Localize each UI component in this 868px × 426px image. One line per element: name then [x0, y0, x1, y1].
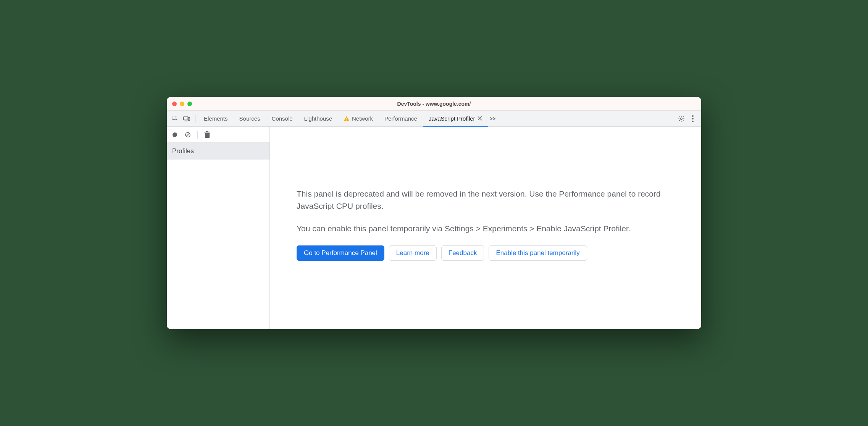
traffic-lights [172, 102, 192, 106]
svg-point-10 [692, 118, 694, 119]
clear-icon[interactable] [184, 131, 192, 139]
tab-label: Performance [384, 115, 417, 122]
tab-elements[interactable]: Elements [198, 111, 233, 127]
svg-point-8 [681, 118, 682, 119]
tab-sources[interactable]: Sources [234, 111, 266, 127]
window-title: DevTools - www.google.com/ [172, 101, 696, 107]
tab-label: Network [352, 115, 373, 122]
enable-temporarily-button[interactable]: Enable this panel temporarily [489, 245, 587, 261]
sidebar-toolbar [167, 127, 269, 143]
go-to-performance-button[interactable]: Go to Performance Panel [297, 245, 384, 261]
svg-point-12 [173, 132, 177, 137]
kebab-menu-icon[interactable] [687, 113, 698, 124]
svg-point-9 [692, 115, 694, 117]
close-window-button[interactable] [172, 102, 177, 106]
action-buttons: Go to Performance Panel Learn more Feedb… [297, 245, 674, 261]
trash-icon[interactable] [203, 131, 211, 139]
maximize-window-button[interactable] [187, 102, 192, 106]
minimize-window-button[interactable] [180, 102, 184, 106]
divider [195, 115, 195, 123]
record-icon[interactable] [171, 131, 179, 139]
tab-label: Lighthouse [304, 115, 332, 122]
svg-rect-16 [204, 132, 210, 132]
learn-more-button[interactable]: Learn more [389, 245, 437, 261]
more-tabs-icon[interactable] [489, 116, 500, 121]
close-icon[interactable] [478, 116, 483, 121]
deprecation-message-2: You can enable this panel temporarily vi… [297, 223, 674, 235]
tab-label: JavaScript Profiler [429, 115, 475, 122]
svg-rect-5 [346, 120, 347, 120]
divider [197, 131, 198, 139]
profiler-sidebar: Profiles [167, 127, 270, 329]
devtools-window: DevTools - www.google.com/ Elements Sour… [167, 97, 701, 329]
svg-rect-1 [184, 117, 188, 120]
panel-body: Profiles This panel is deprecated and wi… [167, 127, 701, 329]
devtools-tabbar: Elements Sources Console Lighthouse Netw… [167, 111, 701, 127]
svg-line-14 [186, 133, 189, 136]
tab-javascript-profiler[interactable]: JavaScript Profiler [423, 111, 488, 127]
warning-icon [344, 116, 350, 122]
svg-rect-17 [206, 131, 208, 132]
inspect-element-icon[interactable] [170, 113, 181, 124]
profiles-section-header[interactable]: Profiles [167, 143, 269, 160]
tab-label: Console [272, 115, 293, 122]
tab-performance[interactable]: Performance [379, 111, 423, 127]
tab-network[interactable]: Network [338, 111, 378, 127]
settings-icon[interactable] [676, 113, 687, 124]
svg-rect-4 [346, 118, 347, 119]
tab-lighthouse[interactable]: Lighthouse [299, 111, 337, 127]
deprecation-panel: This panel is deprecated and will be rem… [270, 127, 701, 329]
window-titlebar: DevTools - www.google.com/ [167, 97, 701, 111]
device-toolbar-icon[interactable] [181, 113, 192, 124]
profiles-label: Profiles [172, 147, 194, 155]
tab-console[interactable]: Console [266, 111, 298, 127]
svg-rect-3 [188, 117, 190, 120]
tab-label: Elements [204, 115, 228, 122]
deprecation-message-1: This panel is deprecated and will be rem… [297, 188, 674, 212]
svg-rect-15 [205, 133, 210, 138]
svg-point-11 [692, 121, 694, 122]
feedback-button[interactable]: Feedback [441, 245, 484, 261]
tab-label: Sources [239, 115, 260, 122]
